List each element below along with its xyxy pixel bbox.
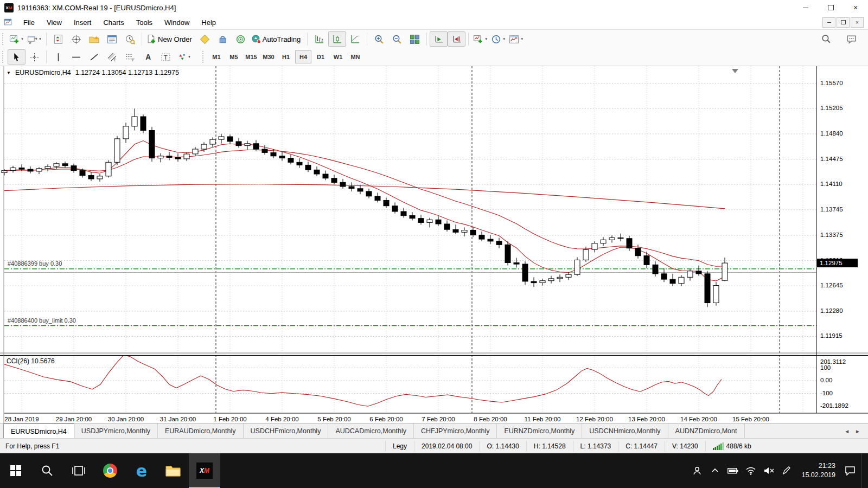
zoom-out-button[interactable]: [388, 31, 406, 47]
task-view-button[interactable]: [63, 453, 94, 488]
chart-tab-eurnzdmicro[interactable]: EURNZDmicro,Monthly: [497, 423, 582, 439]
collapse-triangle-icon[interactable]: ▼: [7, 70, 11, 75]
terminal-button[interactable]: [103, 31, 121, 47]
pen-icon[interactable]: [780, 464, 793, 477]
mdi-close-button[interactable]: ×: [851, 17, 864, 28]
tab-scroll-left-button[interactable]: ◄: [844, 428, 850, 434]
chart-tab-usdjpymicro[interactable]: USDJPYmicro,Monthly: [74, 423, 158, 439]
signals-button[interactable]: [232, 31, 250, 47]
dropdown-arrow-icon[interactable]: ▼: [484, 37, 488, 41]
start-button[interactable]: [0, 453, 31, 488]
chart-tab-euraudmicro[interactable]: EURAUDmicro,Monthly: [158, 423, 244, 439]
crosshair-tool-button[interactable]: [25, 49, 43, 65]
edge-taskbar-button[interactable]: e: [126, 453, 157, 488]
trend-line-button[interactable]: [85, 49, 103, 65]
order-line-label[interactable]: #40886399 buy 0.30: [8, 260, 62, 267]
toolbar-grip[interactable]: [2, 33, 5, 45]
vertical-line-button[interactable]: [49, 49, 67, 65]
text-tool-button[interactable]: A: [139, 49, 157, 65]
market-button[interactable]: [214, 31, 232, 47]
data-window-button[interactable]: [67, 31, 85, 47]
templates-button[interactable]: ▼: [507, 31, 525, 47]
timeframe-m1-button[interactable]: M1: [208, 50, 225, 63]
minimize-button[interactable]: [793, 0, 818, 15]
taskbar-clock[interactable]: 21:23 15.02.2019: [798, 461, 839, 480]
menu-item-charts[interactable]: Charts: [97, 17, 130, 28]
timeframe-m30-button[interactable]: M30: [260, 50, 277, 63]
wifi-icon[interactable]: [744, 464, 757, 477]
chart-line-button[interactable]: [346, 31, 364, 47]
periods-button[interactable]: ▼: [489, 31, 507, 47]
horizontal-line-button[interactable]: [67, 49, 85, 65]
chrome-taskbar-button[interactable]: [94, 453, 126, 488]
chart-tab-audcadmicro[interactable]: AUDCADmicro,Monthly: [328, 423, 414, 439]
file-explorer-taskbar-button[interactable]: [157, 453, 189, 488]
dropdown-arrow-icon[interactable]: ▼: [502, 37, 506, 41]
metaeditor-button[interactable]: [196, 31, 214, 47]
battery-icon[interactable]: [726, 464, 739, 477]
people-icon[interactable]: [691, 464, 704, 477]
arrows-tool-button[interactable]: ▼: [175, 49, 193, 65]
timeframe-mn-button[interactable]: MN: [347, 50, 363, 63]
action-center-icon[interactable]: [844, 464, 857, 477]
tile-windows-button[interactable]: [406, 31, 424, 47]
timeframe-h1-button[interactable]: H1: [278, 50, 294, 63]
menu-item-help[interactable]: Help: [195, 17, 222, 28]
status-volume-value: V: 14230: [665, 441, 705, 452]
tab-scroll-right-button[interactable]: ►: [855, 428, 860, 434]
timeframe-h4-button[interactable]: H4: [295, 50, 311, 63]
chart-tab-chfjpymicro[interactable]: CHFJPYmicro,Monthly: [414, 423, 497, 439]
zoom-in-button[interactable]: [370, 31, 388, 47]
cursor-button[interactable]: [8, 49, 25, 65]
show-desktop-strip[interactable]: [861, 453, 865, 488]
toolbar-separator: [46, 33, 47, 46]
menu-item-tools[interactable]: Tools: [130, 17, 158, 28]
chart-candles-button[interactable]: [328, 31, 346, 47]
search-tool-button[interactable]: [817, 31, 835, 47]
dropdown-arrow-icon[interactable]: ▼: [39, 37, 42, 41]
search-button[interactable]: [31, 453, 63, 488]
chart-tab-audnzdmicro[interactable]: AUDNZDmicro,Mont: [668, 423, 745, 439]
volume-muted-icon[interactable]: [762, 464, 775, 477]
strategy-tester-button[interactable]: [121, 31, 139, 47]
close-button[interactable]: ×: [843, 0, 868, 15]
order-line-label[interactable]: #40886400 buy_limit 0.30: [8, 317, 76, 324]
xm-mt4-taskbar-button[interactable]: XM: [189, 453, 220, 488]
new-chart-button[interactable]: ▼: [8, 31, 25, 47]
price-chart-canvas[interactable]: [0, 66, 868, 423]
autotrading-button[interactable]: AutoTrading: [250, 31, 304, 47]
timeframe-d1-button[interactable]: D1: [312, 50, 329, 63]
mdi-minimize-button[interactable]: [822, 17, 835, 28]
chart-bars-button[interactable]: [310, 31, 328, 47]
chart-symbol-header[interactable]: ▼ EURUSDmicro,H4 1.12724 1.13054 1.12713…: [7, 69, 179, 76]
chat-tool-button[interactable]: [843, 31, 860, 47]
timeframe-m5-button[interactable]: M5: [226, 50, 242, 63]
navigator-button[interactable]: ★: [85, 31, 103, 47]
chart-tab-eurusdmicro[interactable]: EURUSDmicro,H4: [3, 423, 74, 439]
timeframe-w1-button[interactable]: W1: [330, 50, 346, 63]
restore-button[interactable]: [818, 0, 843, 15]
menu-item-window[interactable]: Window: [158, 17, 195, 28]
profiles-button[interactable]: ▼: [25, 31, 43, 47]
toolbar-grip[interactable]: [2, 51, 5, 63]
chart-shift-button[interactable]: [448, 31, 465, 47]
chart-tab-usdchfmicro[interactable]: USDCHFmicro,Monthly: [244, 423, 329, 439]
mdi-restore-button[interactable]: [837, 17, 850, 28]
text-label-button[interactable]: T: [157, 49, 175, 65]
auto-scroll-button[interactable]: [430, 31, 448, 47]
market-watch-button[interactable]: [49, 31, 67, 47]
dropdown-arrow-icon[interactable]: ▼: [188, 55, 191, 59]
fibonacci-button[interactable]: F: [121, 49, 139, 65]
dropdown-arrow-icon[interactable]: ▼: [21, 37, 24, 41]
toolbar-grip[interactable]: [202, 51, 205, 63]
chart-tab-usdcnhmicro[interactable]: USDCNHmicro,Monthly: [582, 423, 668, 439]
menu-item-file[interactable]: File: [17, 17, 41, 28]
menu-item-insert[interactable]: Insert: [68, 17, 98, 28]
new-order-button[interactable]: New Order: [145, 31, 196, 47]
indicators-button[interactable]: ▼: [471, 31, 489, 47]
chevron-up-icon[interactable]: [709, 464, 722, 477]
channel-button[interactable]: E: [103, 49, 121, 65]
timeframe-m15-button[interactable]: M15: [243, 50, 259, 63]
menu-item-view[interactable]: View: [41, 17, 68, 28]
dropdown-arrow-icon[interactable]: ▼: [520, 37, 524, 41]
